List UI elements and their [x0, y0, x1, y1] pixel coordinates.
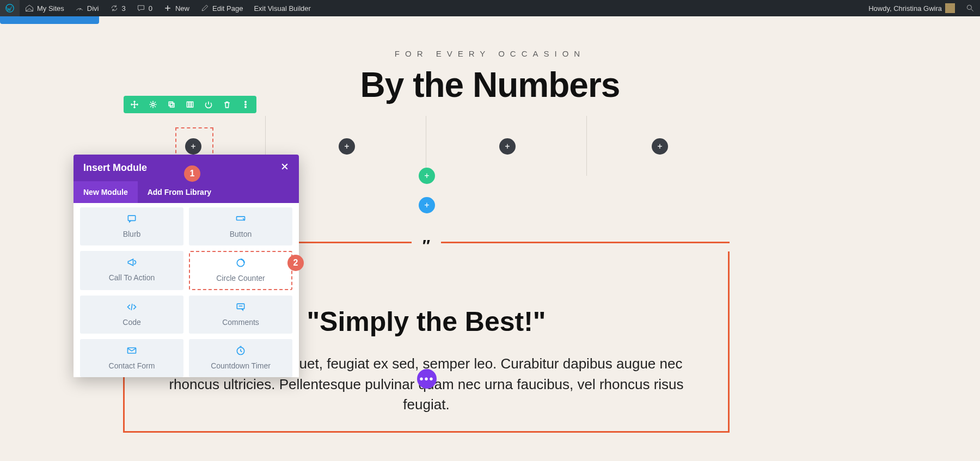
- trash-icon: [223, 100, 231, 109]
- row-duplicate-button[interactable]: [166, 99, 177, 110]
- svg-point-2: [152, 103, 155, 106]
- wp-logo[interactable]: [0, 0, 20, 16]
- edit-page-link[interactable]: Edit Page: [195, 0, 248, 16]
- wordpress-icon: [5, 4, 14, 13]
- svg-point-8: [245, 101, 246, 102]
- svg-rect-6: [189, 102, 191, 107]
- updates-link[interactable]: 3: [105, 0, 131, 16]
- site-name-label: Divi: [87, 4, 99, 13]
- refresh-icon: [110, 4, 119, 13]
- row-columns-button[interactable]: [185, 99, 195, 110]
- row-settings-button[interactable]: [148, 99, 158, 110]
- search-icon: [966, 4, 975, 13]
- sites-icon: [25, 4, 34, 13]
- comments-link[interactable]: 0: [131, 0, 158, 16]
- new-link[interactable]: New: [158, 0, 195, 16]
- row-more-button[interactable]: [240, 99, 251, 110]
- search-toggle[interactable]: [960, 0, 980, 16]
- avatar: [945, 3, 955, 13]
- svg-point-1: [967, 5, 971, 9]
- comments-count: 0: [149, 4, 152, 13]
- plus-icon: [163, 4, 172, 13]
- my-sites-link[interactable]: My Sites: [20, 0, 70, 16]
- edit-page-label: Edit Page: [212, 4, 243, 13]
- comment-icon: [137, 4, 145, 13]
- my-sites-label: My Sites: [37, 4, 64, 13]
- move-icon: [130, 100, 139, 109]
- new-label: New: [175, 4, 189, 13]
- svg-rect-4: [170, 103, 174, 107]
- howdy-label: Howdy, Christina Gwira: [868, 4, 942, 13]
- row-move-handle[interactable]: [129, 99, 140, 110]
- column-divider: [586, 116, 587, 127]
- duplicate-icon: [167, 100, 176, 109]
- svg-point-9: [245, 104, 246, 105]
- exit-builder-link[interactable]: Exit Visual Builder: [248, 0, 316, 16]
- columns-icon: [186, 100, 194, 109]
- section-overline: FOR EVERY OCCASION: [64, 49, 916, 58]
- gauge-icon: [75, 4, 84, 13]
- more-vertical-icon: [241, 100, 250, 109]
- wp-admin-bar: My Sites Divi 3 0 New Edit Page Exit Vis…: [0, 0, 980, 16]
- row-power-button[interactable]: [203, 99, 214, 110]
- updates-count: 3: [122, 4, 126, 13]
- gear-icon: [149, 100, 157, 109]
- svg-rect-5: [187, 102, 188, 107]
- column-divider: [265, 116, 266, 127]
- howdy-link[interactable]: Howdy, Christina Gwira: [863, 0, 960, 16]
- row-delete-button[interactable]: [222, 99, 232, 110]
- exit-builder-label: Exit Visual Builder: [254, 4, 311, 13]
- svg-rect-3: [169, 102, 173, 106]
- section-toolbar-remnant: [0, 16, 99, 24]
- column-divider: [426, 116, 426, 127]
- columns-wrap: + + + +: [124, 116, 729, 127]
- power-icon: [204, 100, 213, 109]
- svg-rect-7: [191, 102, 193, 107]
- pencil-icon: [200, 4, 209, 13]
- row-toolbar: [124, 96, 256, 113]
- site-name-link[interactable]: Divi: [70, 0, 105, 16]
- svg-point-10: [245, 107, 246, 108]
- section-heading: FOR EVERY OCCASION By the Numbers: [64, 16, 916, 105]
